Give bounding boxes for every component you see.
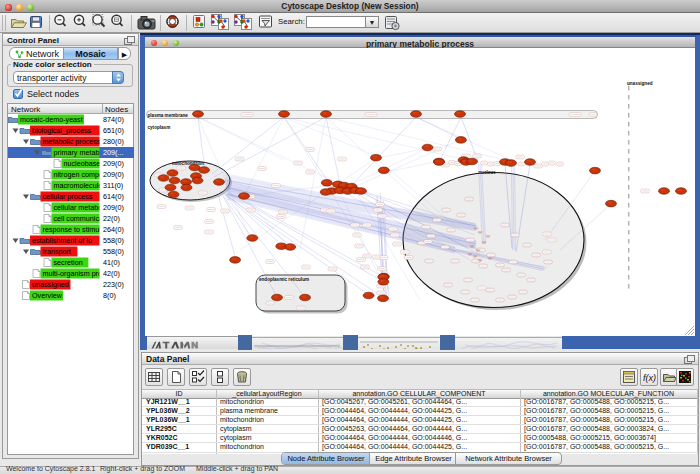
- svg-text:unassigned: unassigned: [32, 280, 69, 289]
- svg-text:secretion: secretion: [54, 258, 83, 267]
- svg-text:primary metabo: primary metabo: [54, 148, 104, 157]
- svg-text:209(0): 209(0): [103, 203, 124, 212]
- svg-text:280(0): 280(0): [103, 137, 124, 146]
- svg-text:cytoplasm: cytoplasm: [148, 125, 171, 130]
- svg-text:nucleus: nucleus: [478, 170, 496, 175]
- svg-text:558(0): 558(0): [103, 247, 124, 256]
- svg-text:biological_process: biological_process: [32, 126, 92, 135]
- svg-text:223(0): 223(0): [103, 280, 124, 289]
- svg-text:Overview: Overview: [32, 291, 63, 300]
- svg-text:mitochondrion: mitochondrion: [172, 161, 204, 166]
- svg-text:209(...: 209(...: [103, 148, 123, 157]
- svg-text:Search:: Search:: [278, 17, 305, 26]
- svg-text:metabolic process: metabolic process: [43, 137, 101, 146]
- svg-text:mosaic-demo-yeast: mosaic-demo-yeast: [20, 115, 83, 124]
- svg-text:multi-organism pro: multi-organism pro: [43, 269, 103, 278]
- svg-text:651(0): 651(0): [103, 126, 124, 135]
- svg-text:nitrogen compo: nitrogen compo: [54, 170, 104, 179]
- svg-text:nucleobase-: nucleobase-: [64, 159, 104, 168]
- svg-text:311(0): 311(0): [103, 181, 123, 190]
- svg-text:614(0): 614(0): [103, 192, 124, 201]
- svg-text:209(0): 209(0): [103, 170, 124, 179]
- svg-text:cell communicat: cell communicat: [54, 214, 106, 223]
- svg-text:264(0): 264(0): [103, 225, 124, 234]
- svg-text:41(0): 41(0): [103, 258, 120, 267]
- svg-text:establishment of lo: establishment of lo: [32, 236, 92, 245]
- svg-text:cellular process: cellular process: [43, 192, 93, 201]
- svg-text:8(0): 8(0): [103, 291, 116, 300]
- svg-text:transport: transport: [43, 247, 71, 256]
- svg-text:unassigned: unassigned: [627, 81, 653, 86]
- svg-text:558(0): 558(0): [103, 236, 124, 245]
- svg-text:22(0): 22(0): [103, 214, 120, 223]
- svg-text:macromolecule: macromolecule: [54, 181, 103, 190]
- svg-text:209(0): 209(0): [103, 159, 124, 168]
- svg-text:f(x): f(x): [643, 373, 656, 383]
- svg-text:response to stimulu: response to stimulu: [43, 225, 105, 234]
- svg-text:plasma membrane: plasma membrane: [148, 113, 189, 118]
- svg-text:cellular metabo: cellular metabo: [54, 203, 103, 212]
- svg-text:42(0): 42(0): [103, 269, 120, 278]
- svg-text:874(0): 874(0): [103, 115, 124, 124]
